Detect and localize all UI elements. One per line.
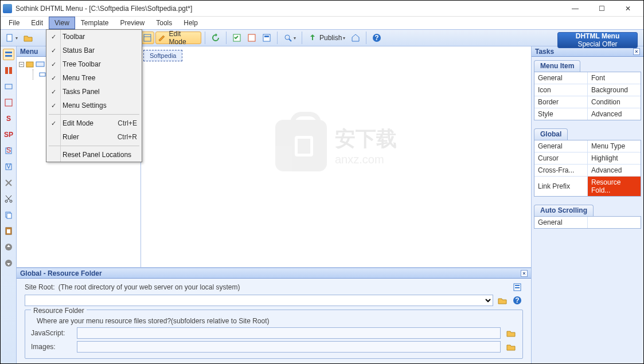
lt-delete[interactable]: [3, 177, 14, 189]
svg-rect-31: [26, 62, 33, 67]
view-status-bar[interactable]: ✓Status Bar: [46, 44, 142, 57]
folder-icon: [25, 60, 34, 69]
task-cell[interactable]: General: [534, 72, 588, 84]
lt-item-6[interactable]: SP: [3, 129, 14, 140]
tool-a-button[interactable]: [230, 32, 244, 44]
zoom-button[interactable]: ▾: [281, 32, 298, 44]
task-cell[interactable]: Advanced: [588, 108, 641, 120]
task-cell[interactable]: Background: [588, 84, 641, 96]
svg-text:V: V: [6, 162, 10, 170]
lt-down[interactable]: [3, 257, 14, 269]
window-title: Sothink DHTML Menu - [C:\Softpedia Files…: [15, 5, 562, 13]
lt-up[interactable]: [3, 241, 14, 253]
item-icon: [39, 71, 46, 78]
svg-text:S: S: [6, 146, 10, 154]
browse-images[interactable]: [505, 342, 517, 352]
task-cell[interactable]: Resource Fold...: [588, 177, 641, 196]
images-input[interactable]: [77, 341, 501, 353]
promo-line1: DHTML Menu: [576, 32, 619, 40]
properties-panel: Global - Resource Folder × Site Root: (T…: [17, 268, 531, 363]
app-icon: [3, 4, 12, 13]
help-site-root[interactable]: ?: [512, 295, 523, 306]
task-cell[interactable]: Cursor: [534, 152, 588, 164]
menu-preview[interactable]: Preview: [115, 17, 151, 29]
browse-site-root[interactable]: [497, 295, 508, 306]
browse-javascript[interactable]: [505, 328, 517, 338]
minimize-button[interactable]: —: [562, 1, 588, 16]
menu-item-tab[interactable]: Menu Item: [534, 60, 580, 72]
task-cell[interactable]: [588, 217, 641, 228]
task-cell[interactable]: Link Prefix: [534, 177, 588, 196]
layout-button[interactable]: [140, 32, 154, 44]
global-tab[interactable]: Global: [534, 128, 568, 140]
left-toolbar: S SP S V: [1, 46, 17, 363]
tool-c-button[interactable]: [260, 32, 274, 44]
lt-item-5[interactable]: S: [3, 113, 14, 124]
lt-cut[interactable]: [3, 193, 14, 205]
task-cell[interactable]: Font: [588, 72, 641, 84]
menu-tools[interactable]: Tools: [150, 17, 178, 29]
svg-line-8: [289, 39, 291, 41]
task-cell[interactable]: Cross-Fra...: [534, 165, 588, 176]
open-button[interactable]: [21, 32, 35, 44]
view-reset-panel-locations[interactable]: Reset Panel Locations: [46, 148, 142, 162]
javascript-input[interactable]: [77, 327, 501, 339]
task-cell[interactable]: Highlight: [588, 152, 641, 164]
lt-item-3[interactable]: [3, 81, 14, 92]
view-toolbar[interactable]: ✓Toolbar: [46, 30, 142, 44]
design-menu-item[interactable]: Softpedia: [143, 50, 182, 61]
view-menu-tree[interactable]: ✓Menu Tree: [46, 71, 142, 85]
task-cell[interactable]: Border: [534, 96, 588, 108]
task-cell[interactable]: Condition: [588, 96, 641, 108]
svg-rect-1: [144, 34, 151, 41]
menu-item-block: Menu Item GeneralFontIconBackgroundBorde…: [534, 60, 641, 120]
menu-help[interactable]: Help: [178, 17, 204, 29]
svg-rect-35: [515, 285, 520, 286]
svg-rect-6: [264, 36, 269, 37]
task-cell[interactable]: Style: [534, 108, 588, 120]
publish-button[interactable]: Publish▾: [306, 32, 348, 44]
properties-close[interactable]: ×: [521, 270, 528, 277]
view-menu-settings[interactable]: ✓Menu Settings: [46, 99, 142, 112]
task-cell[interactable]: General: [534, 217, 588, 228]
menubar: File Edit View Template Preview Tools He…: [1, 17, 643, 29]
global-block: Global GeneralMenu TypeCursorHighlightCr…: [534, 128, 641, 197]
lt-item-4[interactable]: [3, 97, 14, 108]
design-area[interactable]: Softpedia 安下载 anxz.com: [141, 46, 531, 267]
task-cell[interactable]: Advanced: [588, 165, 641, 176]
promo-banner[interactable]: DHTML Menu Special Offer: [557, 32, 638, 48]
task-cell[interactable]: Icon: [534, 84, 588, 96]
edit-mode-button[interactable]: Edit Mode: [155, 32, 201, 44]
title-bar: Sothink DHTML Menu - [C:\Softpedia Files…: [1, 1, 643, 17]
panel-options-button[interactable]: [512, 282, 523, 292]
properties-header: Global - Resource Folder ×: [17, 268, 531, 279]
lt-copy[interactable]: [3, 209, 14, 221]
close-button[interactable]: ✕: [615, 1, 641, 16]
menu-edit[interactable]: Edit: [25, 17, 49, 29]
maximize-button[interactable]: ☐: [588, 1, 615, 16]
lt-paste[interactable]: [3, 225, 14, 237]
auto-scrolling-tab[interactable]: Auto Scrolling: [534, 205, 594, 216]
lt-item-2[interactable]: [3, 65, 14, 76]
site-root-select[interactable]: [25, 295, 493, 306]
view-ruler[interactable]: RulerCtrl+R: [46, 130, 142, 144]
menu-template[interactable]: Template: [75, 17, 115, 29]
menu-file[interactable]: File: [3, 17, 25, 29]
site-root-hint: (The root directory of your web server o…: [58, 283, 240, 291]
task-cell[interactable]: Menu Type: [588, 140, 641, 152]
help-button[interactable]: ?: [370, 32, 384, 44]
new-button[interactable]: ▾: [3, 32, 20, 44]
refresh-button[interactable]: [209, 32, 223, 44]
lt-item-1[interactable]: [3, 49, 14, 60]
view-edit-mode[interactable]: ✓Edit ModeCtrl+E: [46, 116, 142, 130]
svg-point-23: [5, 200, 7, 202]
menu-view[interactable]: View: [49, 17, 75, 29]
lt-item-8[interactable]: V: [3, 161, 14, 173]
view-tree-toolbar[interactable]: ✓Tree Toolbar: [46, 57, 142, 71]
home-button[interactable]: [349, 32, 362, 44]
lt-item-7[interactable]: S: [3, 145, 14, 156]
view-tasks-panel[interactable]: ✓Tasks Panel: [46, 85, 142, 99]
task-cell[interactable]: General: [534, 140, 588, 152]
tasks-close[interactable]: ×: [633, 48, 640, 55]
tool-b-button[interactable]: [245, 32, 259, 44]
